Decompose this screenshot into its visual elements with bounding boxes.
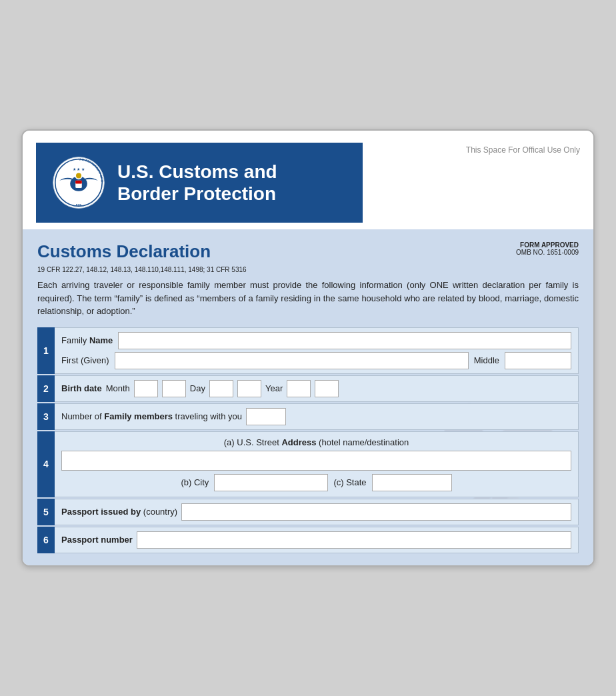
- field1-middle-label: Middle: [474, 355, 499, 365]
- field4a-label: (a) U.S. Street Address (hotel name/dest…: [224, 437, 409, 447]
- field6-label: Passport number: [61, 535, 133, 545]
- field2-number: 2: [37, 375, 55, 402]
- birth-day-input2[interactable]: [237, 380, 261, 397]
- form-approved-label: FORM APPROVED: [516, 241, 579, 249]
- omb-number: OMB NO. 1651-0009: [516, 249, 579, 256]
- field2-label: Birth date: [61, 383, 102, 393]
- city-input[interactable]: [214, 474, 328, 491]
- dhs-seal-icon: U.S. DEPARTMENT OF HOMELAND SECURITY ★ ★…: [52, 156, 105, 209]
- middle-name-input[interactable]: [505, 352, 571, 369]
- field3-number: 3: [37, 403, 55, 430]
- field5-row: 5 Passport issued by (country): [37, 499, 579, 525]
- field4b-label: (b) City: [181, 477, 209, 487]
- family-name-input[interactable]: [118, 332, 571, 349]
- field5-number: 5: [37, 499, 55, 525]
- field3-label: Number of Family members traveling with …: [61, 411, 242, 421]
- field1-row: 1 Family Name First (Given) Middle: [37, 327, 579, 374]
- svg-text:★ ★ ★: ★ ★ ★: [73, 168, 85, 172]
- official-use-text: This Space For Offical Use Only: [466, 145, 580, 155]
- birth-year-input2[interactable]: [315, 380, 339, 397]
- field1-label: Family Name: [61, 335, 113, 345]
- field6-row: 6 Passport number: [37, 527, 579, 553]
- passport-number-input[interactable]: [137, 531, 571, 549]
- passport-country-input[interactable]: [181, 503, 571, 521]
- cfr-text: 19 CFR 122.27, 148.12, 148.13, 148.110,1…: [37, 266, 579, 273]
- field2-day-label: Day: [190, 383, 205, 393]
- form-title-row: Customs Declaration FORM APPROVED OMB NO…: [37, 241, 579, 262]
- field4-number: 4: [37, 431, 55, 497]
- field4-content: (a) U.S. Street Address (hotel name/dest…: [55, 431, 579, 497]
- svg-text:DHS: DHS: [76, 203, 82, 207]
- svg-point-5: [76, 173, 81, 179]
- field5-label: Passport issued by (country): [61, 507, 177, 517]
- field1-given-label: First (Given): [61, 355, 109, 365]
- birth-month-input[interactable]: [134, 380, 158, 397]
- field6-content: Passport number: [55, 527, 579, 553]
- field3-content: Number of Family members traveling with …: [55, 403, 579, 430]
- field3-row: 3 Number of Family members traveling wit…: [37, 403, 579, 430]
- svg-rect-7: [75, 181, 82, 184]
- page-wrapper: U.S. DEPARTMENT OF HOMELAND SECURITY ★ ★…: [21, 129, 595, 567]
- field2-content: Birth date Month Day Year: [55, 375, 579, 402]
- field2-year-label: Year: [265, 383, 283, 393]
- birth-year-input[interactable]: [287, 380, 311, 397]
- form-approved-block: FORM APPROVED OMB NO. 1651-0009: [516, 241, 579, 256]
- header-bar: U.S. DEPARTMENT OF HOMELAND SECURITY ★ ★…: [36, 143, 363, 223]
- birth-day-input[interactable]: [209, 380, 233, 397]
- field2-month-label: Month: [106, 383, 130, 393]
- field4c-label: (c) State: [333, 477, 366, 487]
- birth-month-input2[interactable]: [162, 380, 186, 397]
- form-title: Customs Declaration: [37, 241, 211, 262]
- field6-number: 6: [37, 527, 55, 553]
- state-input[interactable]: [372, 474, 452, 491]
- family-members-input[interactable]: [246, 408, 286, 425]
- agency-name: U.S. Customs and Border Protection: [117, 161, 277, 205]
- field1-number: 1: [37, 327, 55, 374]
- field2-row: 2 Birth date Month Day Year: [37, 375, 579, 402]
- field4-row: 4 (a) U.S. Street Address (hotel name/de…: [37, 431, 579, 497]
- top-area: U.S. DEPARTMENT OF HOMELAND SECURITY ★ ★…: [23, 131, 593, 229]
- form-area: 🦅 Customs Declaration FORM APPROVED OMB …: [23, 229, 593, 565]
- field5-content: Passport issued by (country): [55, 499, 579, 525]
- first-name-input[interactable]: [115, 352, 469, 369]
- description-text: Each arriving traveler or responsible fa…: [37, 279, 579, 318]
- address-input[interactable]: [61, 451, 571, 471]
